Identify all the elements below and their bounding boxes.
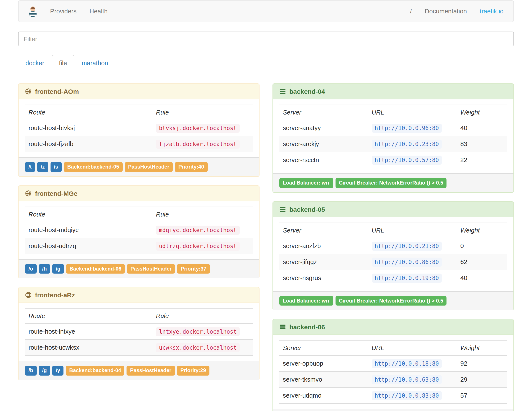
table-head: RouteRule: [25, 308, 253, 323]
server-row: server-rscctnhttp://10.0.0.57:8022: [279, 152, 507, 168]
backend-panel-heading: backend-04: [273, 84, 513, 99]
traefik-dashboard-page: Providers Health / Documentation traefik…: [0, 0, 532, 411]
table-body: route-host-lntxyelntxye.docker.localhost…: [25, 323, 253, 355]
tab-docker[interactable]: docker: [18, 55, 52, 71]
server-name: server-tksmvo: [279, 372, 368, 387]
table-body: route-host-mdqiycmdqiyc.docker.localhost…: [25, 222, 253, 254]
route-row: route-host-ucwksxucwksx.docker.localhost: [25, 340, 253, 355]
server-name: server-rscctn: [279, 152, 368, 168]
backend-config-badge: Circuit Breaker: NetworkErrorRatio () > …: [335, 178, 447, 188]
column-header-route: Route: [25, 105, 152, 120]
column-header-url: URL: [368, 340, 457, 355]
backend-config-badge: Circuit Breaker: NetworkErrorRatio () > …: [335, 296, 447, 305]
backend-panel-footer: Load Balancer: wrrCircuit Breaker: Netwo…: [273, 291, 513, 310]
entrypoint-badge: /s: [50, 162, 62, 172]
server-url: http://10.0.0.83:80: [371, 391, 442, 400]
server-name: server-aozfzb: [279, 238, 368, 254]
table-head: RouteRule: [25, 105, 253, 120]
server-url-cell: http://10.0.0.19:80: [368, 270, 457, 286]
server-url: http://10.0.0.23:80: [371, 140, 442, 149]
servers-table: ServerURLWeightserver-anatyyhttp://10.0.…: [279, 105, 507, 168]
table-head: ServerURLWeight: [279, 105, 507, 120]
column-header-route: Route: [25, 206, 152, 222]
server-url-cell: http://10.0.0.63:80: [368, 372, 457, 387]
server-name: server-jifqgz: [279, 254, 368, 270]
nav-item-providers[interactable]: Providers: [44, 0, 83, 22]
filter-input[interactable]: [18, 31, 514, 46]
nav-item-documentation[interactable]: Documentation: [418, 0, 473, 22]
server-url-cell: http://10.0.0.86:80: [368, 254, 457, 270]
entrypoint-badge: /g: [52, 264, 64, 274]
backend-title: backend-06: [289, 323, 325, 331]
entrypoint-badge: /b: [25, 366, 37, 375]
navbar: Providers Health / Documentation traefik…: [18, 0, 514, 22]
backend-panel-heading: backend-05: [273, 202, 513, 217]
column-header-rule: Rule: [152, 308, 253, 323]
rule-cell: fjzalb.docker.localhost: [152, 136, 253, 152]
column-header-server: Server: [279, 105, 368, 120]
entrypoint-badge: /o: [25, 264, 37, 274]
server-name: server-opbuop: [279, 355, 368, 372]
column-header-rule: Rule: [152, 206, 253, 222]
backend-panel-heading: backend-06: [273, 319, 513, 335]
frontend-panel-body: RouteRuleroute-host-mdqiycmdqiyc.docker.…: [19, 201, 259, 259]
route-rule: ucwksx.docker.localhost: [156, 343, 240, 352]
server-row: server-jifqgzhttp://10.0.0.86:8062: [279, 254, 507, 270]
table-body: server-anatyyhttp://10.0.0.96:8040server…: [279, 120, 507, 168]
rule-cell: mdqiyc.docker.localhost: [152, 222, 253, 238]
route-name: route-host-fjzalb: [25, 136, 152, 152]
globe-icon: [25, 88, 31, 95]
route-row: route-host-udtrzqudtrzq.docker.localhost: [25, 238, 253, 254]
route-row: route-host-btvksjbtvksj.docker.localhost: [25, 120, 253, 136]
backend-title: backend-04: [289, 88, 325, 95]
server-weight: 29: [457, 372, 507, 387]
table-header-row: ServerURLWeight: [279, 105, 507, 120]
column-header-url: URL: [368, 105, 457, 120]
navbar-right: / Documentation traefik.io: [404, 0, 510, 22]
servers-table: ServerURLWeightserver-opbuophttp://10.0.…: [279, 340, 507, 404]
rule-cell: lntxye.docker.localhost: [152, 323, 253, 340]
server-url: http://10.0.0.18:80: [371, 359, 442, 368]
rule-cell: btvksj.docker.localhost: [152, 120, 253, 136]
server-row: server-nsgrushttp://10.0.0.19:8040: [279, 270, 507, 286]
server-url-cell: http://10.0.0.83:80: [368, 387, 457, 403]
rule-cell: udtrzq.docker.localhost: [152, 238, 253, 254]
server-url-cell: http://10.0.0.18:80: [368, 355, 457, 372]
route-rule: lntxye.docker.localhost: [156, 327, 240, 336]
backend-panel-body: ServerURLWeightserver-opbuophttp://10.0.…: [273, 335, 513, 409]
server-list-icon: [279, 206, 286, 212]
server-url: http://10.0.0.86:80: [371, 257, 442, 266]
server-row: server-tksmvohttp://10.0.0.63:8029: [279, 372, 507, 387]
server-name: server-udqmo: [279, 387, 368, 403]
backend-panel: backend-05ServerURLWeightserver-aozfzbht…: [273, 201, 514, 310]
nav-item-traefik-site[interactable]: traefik.io: [473, 0, 510, 22]
route-row: route-host-fjzalbfjzalb.docker.localhost: [25, 136, 253, 152]
frontend-config-badge: Priority:29: [177, 366, 210, 375]
column-header-route: Route: [25, 308, 152, 323]
frontend-title: frontend-MGe: [35, 189, 77, 197]
frontend-panel: frontend-AOmRouteRuleroute-host-btvksjbt…: [18, 83, 259, 176]
tab-marathon[interactable]: marathon: [74, 55, 115, 71]
table-header-row: RouteRule: [25, 308, 253, 323]
tab-file[interactable]: file: [52, 55, 74, 71]
frontend-config-badge: PassHostHeader: [127, 366, 175, 375]
entrypoint-badge: /g: [39, 366, 50, 375]
route-name: route-host-mdqiyc: [25, 222, 152, 238]
table-head: RouteRule: [25, 206, 253, 222]
server-url: http://10.0.0.19:80: [371, 273, 442, 283]
backend-panel-body: ServerURLWeightserver-aozfzbhttp://10.0.…: [273, 217, 513, 291]
table-header-row: ServerURLWeight: [279, 223, 507, 238]
backends-column: backend-04ServerURLWeightserver-anatyyht…: [273, 83, 514, 411]
server-weight: 57: [457, 387, 507, 403]
route-row: route-host-mdqiycmdqiyc.docker.localhost: [25, 222, 253, 238]
route-rule: mdqiyc.docker.localhost: [156, 225, 240, 235]
frontend-panel-footer: /o/h/gBackend:backend-06PassHostHeaderPr…: [19, 259, 259, 278]
frontends-column: frontend-AOmRouteRuleroute-host-btvksjbt…: [18, 83, 259, 389]
server-name: server-arekjy: [279, 136, 368, 152]
server-weight: 40: [457, 120, 507, 136]
routes-table: RouteRuleroute-host-btvksjbtvksj.docker.…: [25, 105, 253, 152]
column-header-weight: Weight: [457, 105, 507, 120]
entrypoint-badge: /t: [25, 162, 35, 172]
server-weight: 22: [457, 152, 507, 168]
nav-item-health[interactable]: Health: [83, 0, 114, 22]
